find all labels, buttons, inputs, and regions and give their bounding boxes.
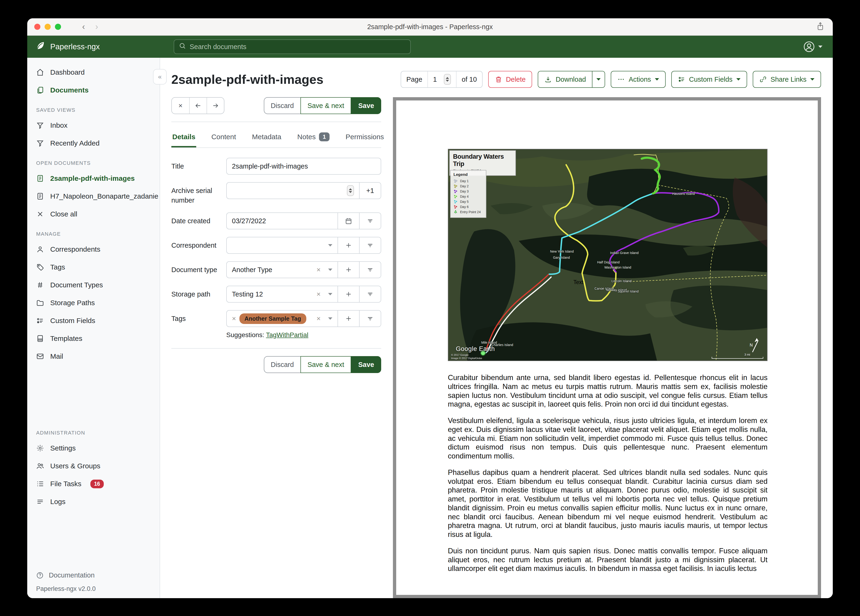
date-filter-button[interactable] [359, 213, 381, 229]
add-tag-button[interactable] [337, 311, 359, 327]
close-document-button[interactable]: × [172, 97, 189, 114]
next-document-button[interactable] [207, 97, 224, 114]
sidebar-item-recently-added[interactable]: Recently Added [27, 134, 160, 152]
zoom-button[interactable] [55, 24, 61, 30]
tab-details[interactable]: Details [171, 126, 196, 148]
save-button[interactable]: Save [351, 356, 381, 373]
remove-tag-icon[interactable]: × [232, 314, 236, 322]
tags-filter-button[interactable] [359, 311, 381, 327]
search-input[interactable] [190, 43, 406, 51]
paragraph: Curabitur bibendum ante urna, sed blandi… [448, 373, 767, 409]
custom-fields-button[interactable]: Custom Fields [671, 71, 747, 88]
suggestion-tag-link[interactable]: TagWithPartial [266, 331, 308, 338]
window-controls [27, 24, 61, 30]
map-title: Boundary Waters Trip [453, 153, 512, 168]
documentation-link[interactable]: Documentation [27, 567, 160, 581]
page-number-input[interactable] [433, 75, 441, 83]
sidebar-item-dashboard[interactable]: Dashboard [27, 63, 160, 81]
filter-lines-icon [366, 315, 374, 322]
share-icon[interactable] [816, 22, 824, 33]
discard-button[interactable]: Discard [264, 97, 301, 114]
correspondent-select[interactable] [227, 237, 337, 253]
date-created-input[interactable] [232, 217, 332, 225]
brand-label: Paperless-ngx [50, 42, 100, 51]
share-links-button[interactable]: Share Links [753, 71, 821, 88]
actions-button[interactable]: Actions [611, 71, 665, 88]
save-next-button[interactable]: Save & next [300, 356, 351, 373]
sidebar-item-label: Documents [50, 86, 88, 94]
previous-document-button[interactable] [189, 97, 207, 114]
svg-text:Text: Text [573, 279, 584, 285]
add-correspondent-button[interactable] [337, 237, 359, 253]
save-next-button[interactable]: Save & next [300, 97, 351, 114]
download-options-button[interactable] [592, 71, 605, 87]
discard-button[interactable]: Discard [264, 356, 301, 373]
sidebar-item-close-all[interactable]: Close all [27, 205, 160, 223]
clear-icon[interactable]: × [316, 314, 321, 322]
document-type-filter-button[interactable] [359, 262, 381, 278]
sidebar-item-document-types[interactable]: Document Types [27, 276, 160, 294]
sidebar-item-file-tasks[interactable]: File Tasks 16 [27, 475, 160, 493]
sidebar-item-mail[interactable]: Mail [27, 347, 160, 365]
save-button[interactable]: Save [351, 97, 381, 114]
sidebar-item-open-doc-1[interactable]: 2sample-pdf-with-images [27, 170, 160, 187]
asn-stepper[interactable] [347, 185, 354, 196]
asn-plus-one-button[interactable]: +1 [359, 183, 381, 199]
storage-path-select[interactable]: Testing 12 × [227, 286, 337, 302]
tab-metadata[interactable]: Metadata [251, 126, 282, 148]
search-bar[interactable] [174, 39, 411, 54]
pdf-preview-pane: New York Island Gary Island Hausons Isla… [393, 97, 821, 598]
pdf-viewer[interactable]: New York Island Gary Island Hausons Isla… [393, 97, 821, 598]
tab-permissions[interactable]: Permissions [345, 126, 385, 148]
google-earth-watermark: Google Earth [456, 345, 495, 353]
arrow-right-icon [212, 102, 219, 109]
add-document-type-button[interactable] [337, 262, 359, 278]
calendar-button[interactable] [337, 213, 359, 229]
svg-text:Lincoln Island: Lincoln Island [611, 279, 632, 283]
arrow-left-icon [195, 102, 202, 109]
correspondent-filter-button[interactable] [359, 237, 381, 253]
route-marker-icon [454, 200, 458, 204]
back-button[interactable]: ‹ [82, 22, 85, 32]
document-type-select[interactable]: Another Type × [227, 262, 337, 278]
storage-path-filter-button[interactable] [359, 286, 381, 302]
pdf-page: New York Island Gary Island Hausons Isla… [396, 101, 716, 573]
sidebar-item-documents[interactable]: Documents [27, 81, 160, 99]
sidebar-item-open-doc-2[interactable]: H7_Napoleon_Bonaparte_zadanie [27, 187, 160, 205]
tab-content[interactable]: Content [210, 126, 237, 148]
page-stepper[interactable] [444, 74, 451, 85]
sidebar-item-settings[interactable]: Settings [27, 439, 160, 457]
asn-input[interactable] [232, 187, 344, 195]
download-button[interactable]: Download [538, 71, 592, 87]
title-input[interactable] [232, 162, 375, 170]
forward-button[interactable]: › [95, 22, 98, 32]
chevron-down-icon [328, 317, 332, 320]
download-icon [544, 75, 552, 83]
sidebar-item-label: Dashboard [50, 68, 85, 76]
sidebar-item-storage-paths[interactable]: Storage Paths [27, 294, 160, 312]
sidebar-item-logs[interactable]: Logs [27, 493, 160, 511]
sidebar-item-custom-fields[interactable]: Custom Fields [27, 312, 160, 330]
add-storage-path-button[interactable] [337, 286, 359, 302]
clear-icon[interactable]: × [316, 290, 321, 298]
delete-button[interactable]: Delete [488, 71, 532, 88]
filter-lines-icon [366, 266, 374, 273]
sidebar-item-correspondents[interactable]: Correspondents [27, 240, 160, 258]
tags-select[interactable]: × Another Sample Tag × [227, 311, 337, 327]
clear-icon[interactable]: × [316, 266, 321, 274]
user-menu[interactable] [803, 41, 822, 53]
tag-chip[interactable]: Another Sample Tag [239, 313, 306, 324]
map-credit: Image © 2017 DigitalGlobe [451, 357, 482, 360]
close-button[interactable] [34, 24, 40, 30]
minimize-button[interactable] [45, 24, 51, 30]
satellite-map: New York Island Gary Island Hausons Isla… [448, 149, 767, 361]
sidebar-item-templates[interactable]: Templates [27, 330, 160, 347]
sidebar-item-inbox[interactable]: Inbox [27, 116, 160, 134]
close-icon [36, 210, 44, 218]
sidebar-item-label: Recently Added [50, 139, 99, 147]
sidebar-collapse-button[interactable]: « [153, 69, 166, 85]
sidebar-item-users-groups[interactable]: Users & Groups [27, 457, 160, 475]
sidebar-item-tags[interactable]: Tags [27, 258, 160, 276]
brand[interactable]: Paperless-ngx [27, 41, 160, 53]
tab-notes[interactable]: Notes1 [297, 126, 331, 148]
